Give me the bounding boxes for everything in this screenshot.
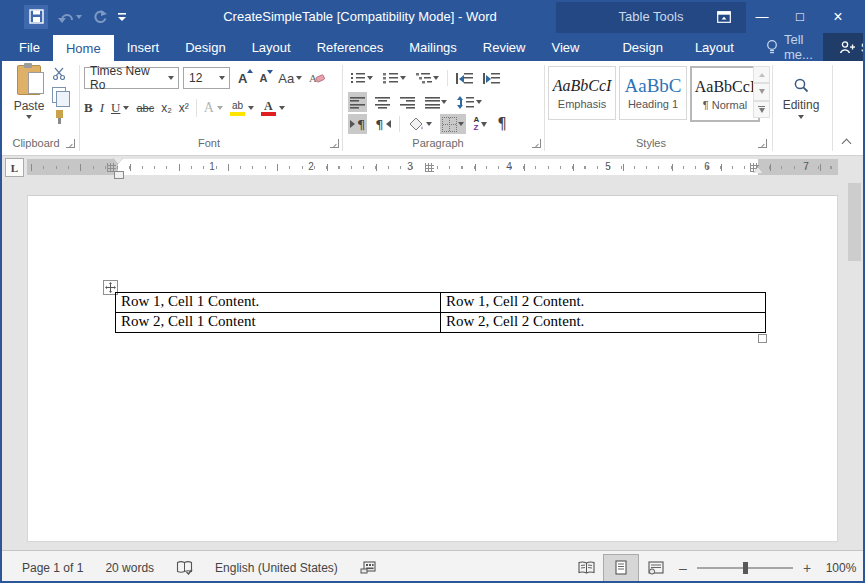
sort-button[interactable]: AZ <box>472 114 490 134</box>
tell-me-box[interactable]: Tell me... <box>756 33 823 61</box>
tab-file[interactable]: File <box>6 33 53 61</box>
justify-button[interactable] <box>423 92 449 112</box>
document-table[interactable]: Row 1, Cell 1 Content. Row 1, Cell 2 Con… <box>115 292 766 333</box>
subscript-button[interactable]: x₂ <box>161 101 172 115</box>
style-emphasis[interactable]: AaBbCcI Emphasis <box>548 66 616 120</box>
align-center-button[interactable] <box>373 92 392 112</box>
horizontal-ruler[interactable]: 1 2 3 4 5 6 7 <box>27 155 838 179</box>
tab-table-design[interactable]: Design <box>606 33 678 61</box>
tab-insert[interactable]: Insert <box>114 33 173 61</box>
tab-table-layout[interactable]: Layout <box>679 33 750 61</box>
tab-layout[interactable]: Layout <box>239 33 304 61</box>
editing-dropdown-icon[interactable] <box>798 115 804 119</box>
tab-references[interactable]: References <box>304 33 396 61</box>
save-button[interactable] <box>24 5 48 29</box>
numbering-button[interactable] <box>381 68 408 88</box>
tab-review[interactable]: Review <box>470 33 539 61</box>
bold-button[interactable]: B <box>84 100 93 116</box>
tab-design[interactable]: Design <box>172 33 238 61</box>
paste-button[interactable]: Paste <box>8 65 50 137</box>
table-cell[interactable]: Row 2, Cell 1 Content <box>116 313 441 333</box>
collapse-ribbon-button[interactable] <box>842 137 852 147</box>
vertical-scrollbar-thumb[interactable] <box>848 183 861 261</box>
clipboard-dialog-launcher[interactable] <box>66 139 75 148</box>
table-cell[interactable]: Row 2, Cell 2 Content. <box>441 313 766 333</box>
decrease-indent-button[interactable] <box>454 68 475 88</box>
font-size-combobox[interactable]: 12 <box>183 67 230 89</box>
line-spacing-button[interactable] <box>455 92 484 112</box>
bullets-button[interactable] <box>348 68 375 88</box>
style-normal[interactable]: AaBbCcI ¶ Normal <box>690 66 760 122</box>
print-layout-button[interactable] <box>603 554 639 582</box>
styles-scroll-down-button[interactable] <box>753 83 770 100</box>
align-left-button[interactable] <box>348 92 367 112</box>
font-name-dropdown-icon[interactable] <box>168 76 174 80</box>
tab-home[interactable]: Home <box>53 35 114 61</box>
superscript-button[interactable]: x² <box>179 101 189 115</box>
underline-button[interactable]: U <box>111 100 120 116</box>
text-effects-button[interactable]: A <box>204 100 214 116</box>
show-hide-pilcrow-button[interactable]: ¶ <box>495 114 509 134</box>
font-color-dropdown-icon[interactable] <box>279 106 285 110</box>
table-cell[interactable]: Row 1, Cell 1 Content. <box>116 293 441 313</box>
ribbon-display-options-button[interactable] <box>705 0 743 33</box>
clear-formatting-button[interactable]: A <box>309 71 325 85</box>
redo-button[interactable] <box>92 9 107 24</box>
tab-view[interactable]: View <box>538 33 592 61</box>
paste-dropdown-icon[interactable] <box>26 115 32 119</box>
text-highlight-button[interactable]: ab <box>230 101 245 116</box>
copy-icon[interactable] <box>52 87 66 103</box>
paragraph-dialog-launcher[interactable] <box>532 139 541 148</box>
proofing-status-icon[interactable] <box>176 560 193 575</box>
right-indent-marker[interactable] <box>753 167 763 173</box>
ltr-text-direction-button[interactable]: ¶ <box>348 114 367 134</box>
maximize-button[interactable]: □ <box>781 0 819 33</box>
tab-mailings[interactable]: Mailings <box>396 33 470 61</box>
macro-record-icon[interactable] <box>360 561 376 574</box>
styles-scroll-up-button[interactable] <box>753 66 770 83</box>
zoom-slider-thumb[interactable] <box>743 562 748 574</box>
web-layout-button[interactable] <box>639 555 673 581</box>
align-right-button[interactable] <box>398 92 417 112</box>
text-effects-dropdown-icon[interactable] <box>217 106 223 110</box>
undo-dropdown-icon[interactable] <box>76 15 82 19</box>
cut-icon[interactable] <box>52 67 66 80</box>
zoom-slider[interactable] <box>697 567 793 569</box>
font-color-button[interactable]: A <box>261 101 276 116</box>
font-dialog-launcher[interactable] <box>330 139 339 148</box>
multilevel-list-button[interactable] <box>414 68 441 88</box>
style-heading1[interactable]: AaBbC Heading 1 <box>619 66 687 120</box>
styles-more-button[interactable] <box>753 101 770 118</box>
table-column-marker[interactable] <box>425 163 434 172</box>
zoom-out-button[interactable]: – <box>673 560 693 576</box>
italic-button[interactable]: I <box>100 100 104 116</box>
word-count-status[interactable]: 20 words <box>105 561 154 575</box>
share-button[interactable]: Share <box>823 33 865 61</box>
rtl-text-direction-button[interactable]: ¶ <box>373 114 392 134</box>
format-painter-icon[interactable] <box>53 110 66 124</box>
read-mode-button[interactable] <box>569 555 603 581</box>
language-status[interactable]: English (United States) <box>215 561 338 575</box>
underline-dropdown-icon[interactable] <box>123 106 129 110</box>
first-line-indent-marker[interactable] <box>113 158 123 164</box>
highlight-dropdown-icon[interactable] <box>248 106 254 110</box>
minimize-button[interactable]: — <box>743 0 781 33</box>
table-resize-handle[interactable] <box>758 334 767 343</box>
shrink-font-button[interactable]: A <box>255 72 271 84</box>
table-cell[interactable]: Row 1, Cell 2 Content. <box>441 293 766 313</box>
customize-qat-button[interactable] <box>117 12 127 22</box>
grow-font-button[interactable]: A <box>234 71 251 86</box>
increase-indent-button[interactable] <box>481 68 502 88</box>
page-number-status[interactable]: Page 1 of 1 <box>22 561 83 575</box>
styles-dialog-launcher[interactable] <box>758 139 767 148</box>
undo-button[interactable] <box>58 10 82 24</box>
document-page[interactable]: Row 1, Cell 1 Content. Row 1, Cell 2 Con… <box>27 195 838 542</box>
strikethrough-button[interactable]: abc <box>136 102 154 114</box>
close-button[interactable]: × <box>819 0 857 33</box>
zoom-in-button[interactable]: + <box>797 560 817 576</box>
tab-selector-button[interactable]: L <box>5 158 24 177</box>
font-name-combobox[interactable]: Times New Ro <box>84 67 179 89</box>
change-case-button[interactable]: Aa <box>275 71 305 86</box>
shading-button[interactable] <box>406 114 434 134</box>
zoom-level[interactable]: 100% <box>817 561 865 575</box>
